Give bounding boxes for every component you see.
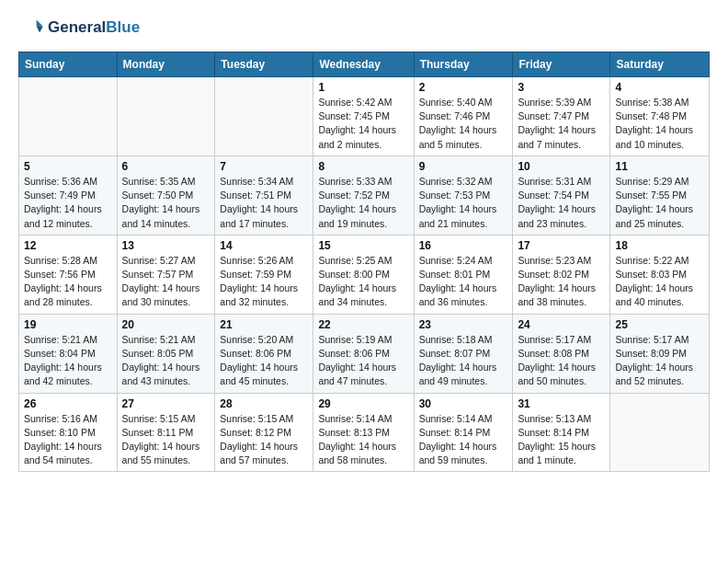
day-info: Sunrise: 5:33 AMSunset: 7:52 PMDaylight:… [318, 175, 408, 231]
day-info: Sunrise: 5:29 AMSunset: 7:55 PMDaylight:… [615, 175, 704, 231]
day-info: Sunrise: 5:42 AMSunset: 7:45 PMDaylight:… [318, 96, 408, 152]
day-cell-20: 20Sunrise: 5:21 AMSunset: 8:05 PMDayligh… [117, 314, 215, 393]
day-info: Sunrise: 5:17 AMSunset: 8:09 PMDaylight:… [615, 333, 704, 389]
day-cell-23: 23Sunrise: 5:18 AMSunset: 8:07 PMDayligh… [414, 314, 513, 393]
day-number: 3 [518, 81, 605, 94]
day-cell-9: 9Sunrise: 5:32 AMSunset: 7:53 PMDaylight… [414, 155, 513, 235]
svg-marker-0 [37, 20, 43, 27]
day-info: Sunrise: 5:15 AMSunset: 8:12 PMDaylight:… [220, 412, 308, 468]
day-number: 4 [615, 81, 704, 94]
empty-cell [610, 393, 710, 472]
weekday-header-monday: Monday [117, 52, 215, 77]
day-cell-5: 5Sunrise: 5:36 AMSunset: 7:49 PMDaylight… [19, 155, 118, 235]
day-info: Sunrise: 5:25 AMSunset: 8:00 PMDaylight:… [318, 254, 408, 310]
day-number: 6 [122, 160, 210, 173]
svg-marker-1 [37, 27, 43, 33]
day-cell-4: 4Sunrise: 5:38 AMSunset: 7:48 PMDaylight… [610, 77, 710, 156]
day-info: Sunrise: 5:32 AMSunset: 7:53 PMDaylight:… [419, 175, 508, 231]
day-number: 8 [318, 160, 408, 173]
day-cell-28: 28Sunrise: 5:15 AMSunset: 8:12 PMDayligh… [215, 393, 313, 472]
day-cell-16: 16Sunrise: 5:24 AMSunset: 8:01 PMDayligh… [414, 235, 513, 314]
day-number: 16 [419, 239, 508, 252]
day-number: 25 [615, 318, 704, 331]
day-cell-3: 3Sunrise: 5:39 AMSunset: 7:47 PMDaylight… [513, 77, 610, 156]
day-info: Sunrise: 5:18 AMSunset: 8:07 PMDaylight:… [419, 333, 508, 389]
week-row-5: 26Sunrise: 5:16 AMSunset: 8:10 PMDayligh… [19, 393, 710, 472]
week-row-4: 19Sunrise: 5:21 AMSunset: 8:04 PMDayligh… [19, 314, 710, 393]
day-info: Sunrise: 5:22 AMSunset: 8:03 PMDaylight:… [615, 254, 704, 310]
day-number: 20 [122, 318, 210, 331]
day-number: 15 [318, 239, 408, 252]
day-info: Sunrise: 5:26 AMSunset: 7:59 PMDaylight:… [220, 254, 308, 310]
weekday-header-saturday: Saturday [610, 52, 710, 77]
day-number: 9 [419, 160, 508, 173]
day-cell-22: 22Sunrise: 5:19 AMSunset: 8:06 PMDayligh… [313, 314, 414, 393]
day-number: 10 [518, 160, 605, 173]
day-cell-17: 17Sunrise: 5:23 AMSunset: 8:02 PMDayligh… [513, 235, 610, 314]
day-cell-29: 29Sunrise: 5:14 AMSunset: 8:13 PMDayligh… [313, 393, 414, 472]
day-cell-8: 8Sunrise: 5:33 AMSunset: 7:52 PMDaylight… [313, 155, 414, 235]
day-cell-2: 2Sunrise: 5:40 AMSunset: 7:46 PMDaylight… [414, 77, 513, 156]
day-number: 2 [419, 81, 508, 94]
week-row-2: 5Sunrise: 5:36 AMSunset: 7:49 PMDaylight… [19, 155, 710, 235]
day-info: Sunrise: 5:14 AMSunset: 8:13 PMDaylight:… [318, 412, 408, 468]
day-info: Sunrise: 5:27 AMSunset: 7:57 PMDaylight:… [122, 254, 210, 310]
day-number: 11 [615, 160, 704, 173]
day-cell-18: 18Sunrise: 5:22 AMSunset: 8:03 PMDayligh… [610, 235, 710, 314]
day-number: 30 [419, 397, 508, 410]
weekday-header-wednesday: Wednesday [313, 52, 414, 77]
day-number: 13 [122, 239, 210, 252]
day-cell-11: 11Sunrise: 5:29 AMSunset: 7:55 PMDayligh… [610, 155, 710, 235]
weekday-header-thursday: Thursday [414, 52, 513, 77]
day-cell-1: 1Sunrise: 5:42 AMSunset: 7:45 PMDaylight… [313, 77, 414, 156]
day-number: 12 [24, 239, 112, 252]
logo-icon [18, 15, 44, 40]
weekday-header-friday: Friday [513, 52, 610, 77]
day-cell-12: 12Sunrise: 5:28 AMSunset: 7:56 PMDayligh… [19, 235, 118, 314]
day-info: Sunrise: 5:17 AMSunset: 8:08 PMDaylight:… [518, 333, 605, 389]
day-info: Sunrise: 5:20 AMSunset: 8:06 PMDaylight:… [220, 333, 308, 389]
weekday-header-row: SundayMondayTuesdayWednesdayThursdayFrid… [19, 52, 710, 77]
day-cell-10: 10Sunrise: 5:31 AMSunset: 7:54 PMDayligh… [513, 155, 610, 235]
day-cell-24: 24Sunrise: 5:17 AMSunset: 8:08 PMDayligh… [513, 314, 610, 393]
day-number: 19 [24, 318, 112, 331]
day-number: 17 [518, 239, 605, 252]
day-info: Sunrise: 5:16 AMSunset: 8:10 PMDaylight:… [24, 412, 112, 468]
day-number: 28 [220, 397, 308, 410]
day-info: Sunrise: 5:28 AMSunset: 7:56 PMDaylight:… [24, 254, 112, 310]
day-info: Sunrise: 5:31 AMSunset: 7:54 PMDaylight:… [518, 175, 605, 231]
day-info: Sunrise: 5:23 AMSunset: 8:02 PMDaylight:… [518, 254, 605, 310]
day-info: Sunrise: 5:38 AMSunset: 7:48 PMDaylight:… [615, 96, 704, 152]
day-cell-15: 15Sunrise: 5:25 AMSunset: 8:00 PMDayligh… [313, 235, 414, 314]
weekday-header-sunday: Sunday [19, 52, 118, 77]
day-info: Sunrise: 5:14 AMSunset: 8:14 PMDaylight:… [419, 412, 508, 468]
day-number: 22 [318, 318, 408, 331]
day-cell-6: 6Sunrise: 5:35 AMSunset: 7:50 PMDaylight… [117, 155, 215, 235]
day-cell-27: 27Sunrise: 5:15 AMSunset: 8:11 PMDayligh… [117, 393, 215, 472]
day-info: Sunrise: 5:19 AMSunset: 8:06 PMDaylight:… [318, 333, 408, 389]
day-info: Sunrise: 5:35 AMSunset: 7:50 PMDaylight:… [122, 175, 210, 231]
empty-cell [19, 77, 118, 156]
day-cell-26: 26Sunrise: 5:16 AMSunset: 8:10 PMDayligh… [19, 393, 118, 472]
day-number: 31 [518, 397, 605, 410]
day-info: Sunrise: 5:13 AMSunset: 8:14 PMDaylight:… [518, 412, 605, 468]
week-row-3: 12Sunrise: 5:28 AMSunset: 7:56 PMDayligh… [19, 235, 710, 314]
day-info: Sunrise: 5:36 AMSunset: 7:49 PMDaylight:… [24, 175, 112, 231]
day-number: 18 [615, 239, 704, 252]
day-cell-19: 19Sunrise: 5:21 AMSunset: 8:04 PMDayligh… [19, 314, 118, 393]
logo-text: GeneralBlue [48, 18, 140, 37]
header: GeneralBlue [18, 15, 710, 40]
calendar-table: SundayMondayTuesdayWednesdayThursdayFrid… [18, 52, 710, 472]
day-number: 5 [24, 160, 112, 173]
day-number: 14 [220, 239, 308, 252]
day-number: 7 [220, 160, 308, 173]
calendar-page: GeneralBlue SundayMondayTuesdayWednesday… [0, 0, 728, 490]
day-cell-21: 21Sunrise: 5:20 AMSunset: 8:06 PMDayligh… [215, 314, 313, 393]
day-cell-7: 7Sunrise: 5:34 AMSunset: 7:51 PMDaylight… [215, 155, 313, 235]
day-number: 29 [318, 397, 408, 410]
day-info: Sunrise: 5:34 AMSunset: 7:51 PMDaylight:… [220, 175, 308, 231]
day-number: 27 [122, 397, 210, 410]
day-number: 23 [419, 318, 508, 331]
logo: GeneralBlue [18, 15, 140, 40]
day-cell-30: 30Sunrise: 5:14 AMSunset: 8:14 PMDayligh… [414, 393, 513, 472]
